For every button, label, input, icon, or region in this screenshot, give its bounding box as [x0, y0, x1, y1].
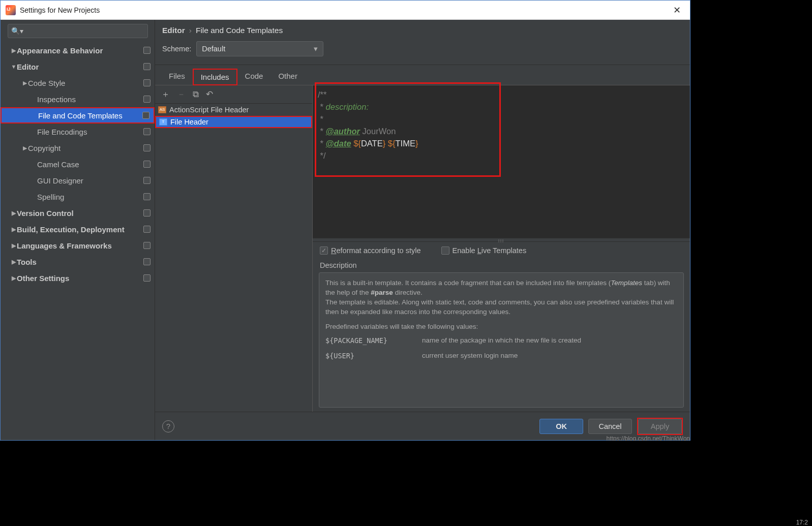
breadcrumb: Editor › File and Code Templates — [162, 26, 683, 35]
copy-icon[interactable]: ⧉ — [193, 89, 199, 100]
sidebar-item-editor[interactable]: ▼Editor — [1, 58, 155, 75]
template-item-file-header[interactable]: TFile Header — [155, 116, 312, 128]
sidebar-item-tools[interactable]: ▶Tools — [1, 254, 155, 270]
tab-includes[interactable]: Includes — [193, 69, 237, 85]
scheme-select[interactable]: Default ▾ — [196, 41, 323, 56]
scope-icon — [143, 79, 151, 86]
sidebar-item-label: File Encodings — [37, 128, 87, 136]
chevron-icon: ▼ — [11, 64, 17, 70]
sidebar-item-label: Version Control — [17, 209, 74, 218]
cancel-button[interactable]: Cancel — [588, 419, 632, 434]
search-icon: 🔍▾ — [11, 27, 23, 35]
sidebar-item-label: Code Style — [28, 79, 65, 87]
scope-icon — [143, 258, 151, 265]
scope-icon — [143, 128, 151, 135]
variable-desc: name of the package in which the new fil… — [422, 336, 581, 345]
template-editor[interactable]: /** * description: * * @author JourWon *… — [313, 85, 690, 238]
tab-other[interactable]: Other — [270, 68, 305, 85]
chevron-icon: ▶ — [11, 242, 17, 249]
sidebar-item-label: Copyright — [28, 144, 61, 152]
undo-icon[interactable]: ↶ — [206, 89, 213, 100]
sidebar-item-file-and-code-templates[interactable]: File and Code Templates — [1, 107, 155, 123]
tab-files[interactable]: Files — [161, 68, 193, 85]
sidebar-item-label: Editor — [17, 63, 39, 71]
sidebar-item-copyright[interactable]: ▶Copyright — [1, 140, 155, 156]
sidebar-item-version-control[interactable]: ▶Version Control — [1, 205, 155, 221]
settings-sidebar: 🔍▾ ▶Appearance & Behavior▼Editor▶Code St… — [1, 20, 155, 440]
sidebar-item-label: Languages & Frameworks — [17, 241, 112, 250]
add-icon[interactable]: ＋ — [161, 88, 170, 100]
scope-icon — [142, 112, 149, 119]
crumb-root: Editor — [162, 26, 185, 35]
sidebar-item-label: Spelling — [37, 193, 64, 201]
chevron-icon: ▶ — [11, 275, 17, 282]
scope-icon — [143, 161, 151, 168]
variable-name: ${USER} — [325, 352, 402, 360]
crumb-current: File and Code Templates — [196, 26, 283, 35]
scheme-value: Default — [202, 45, 225, 53]
scope-icon — [143, 193, 151, 200]
chevron-icon: ▶ — [11, 226, 17, 233]
scope-icon — [143, 242, 151, 249]
chevron-icon: ▶ — [11, 210, 17, 216]
live-templates-checkbox[interactable]: Enable Live Templates — [441, 246, 527, 255]
chevron-icon: ▶ — [22, 145, 28, 151]
scope-icon — [143, 226, 151, 233]
sidebar-item-languages-frameworks[interactable]: ▶Languages & Frameworks — [1, 237, 155, 254]
tab-code[interactable]: Code — [237, 68, 271, 85]
scheme-label: Scheme: — [162, 45, 191, 53]
scope-icon — [143, 177, 151, 184]
search-input[interactable]: 🔍▾ — [8, 24, 148, 38]
titlebar: Settings for New Projects ✕ — [1, 1, 690, 20]
file-icon: T — [159, 118, 167, 126]
sidebar-item-build-execution-deployment[interactable]: ▶Build, Execution, Deployment — [1, 221, 155, 237]
variable-desc: current user system login name — [422, 352, 518, 360]
scope-icon — [143, 144, 151, 151]
template-item-label: File Header — [170, 118, 208, 126]
sidebar-item-file-encodings[interactable]: File Encodings — [1, 123, 155, 140]
scope-icon — [143, 96, 151, 103]
scope-icon — [143, 274, 151, 282]
sidebar-item-label: Inspections — [37, 95, 76, 104]
sidebar-item-label: Other Settings — [17, 274, 69, 283]
sidebar-item-label: File and Code Templates — [38, 111, 123, 120]
chevron-icon: ▶ — [22, 80, 28, 86]
sidebar-item-spelling[interactable]: Spelling — [1, 189, 155, 205]
chevron-icon: ▶ — [11, 47, 17, 54]
variable-name: ${PACKAGE_NAME} — [325, 336, 402, 345]
file-icon: AS — [158, 106, 166, 113]
scope-icon — [143, 209, 151, 216]
ok-button[interactable]: OK — [539, 419, 583, 434]
chevron-down-icon: ▾ — [314, 45, 318, 53]
sidebar-item-label: Tools — [17, 258, 37, 266]
sidebar-item-label: Camel Case — [37, 160, 79, 169]
watermark: https://blog.csdn.net/ThinkWon — [606, 435, 690, 441]
apply-button[interactable]: Apply — [638, 419, 682, 434]
sidebar-item-other-settings[interactable]: ▶Other Settings — [1, 270, 155, 286]
sidebar-item-camel-case[interactable]: Camel Case — [1, 156, 155, 172]
sidebar-item-label: Build, Execution, Deployment — [17, 225, 125, 234]
sidebar-item-inspections[interactable]: Inspections — [1, 91, 155, 107]
scope-icon — [143, 63, 151, 70]
help-icon[interactable]: ? — [162, 420, 174, 432]
template-item-actionscript-file-header[interactable]: ASActionScript File Header — [155, 104, 312, 116]
description-panel: This is a built-in template. It contains… — [319, 272, 684, 408]
sidebar-item-gui-designer[interactable]: GUI Designer — [1, 172, 155, 189]
reformat-checkbox[interactable]: ✓ Reformat according to style — [320, 246, 421, 255]
sidebar-item-appearance-behavior[interactable]: ▶Appearance & Behavior — [1, 42, 155, 58]
chevron-right-icon: › — [189, 26, 192, 35]
chevron-icon: ▶ — [11, 259, 17, 265]
app-icon — [6, 5, 16, 15]
sidebar-item-label: GUI Designer — [37, 176, 83, 185]
resize-grip[interactable]: ፧፧፧ — [313, 238, 690, 242]
remove-icon[interactable]: － — [177, 88, 186, 100]
window-title: Settings for New Projects — [20, 6, 100, 14]
description-label: Description — [313, 259, 690, 270]
scope-icon — [143, 47, 151, 54]
template-item-label: ActionScript File Header — [169, 106, 249, 114]
sidebar-item-label: Appearance & Behavior — [17, 46, 103, 55]
sidebar-item-code-style[interactable]: ▶Code Style — [1, 75, 155, 91]
close-icon[interactable]: ✕ — [669, 4, 685, 17]
